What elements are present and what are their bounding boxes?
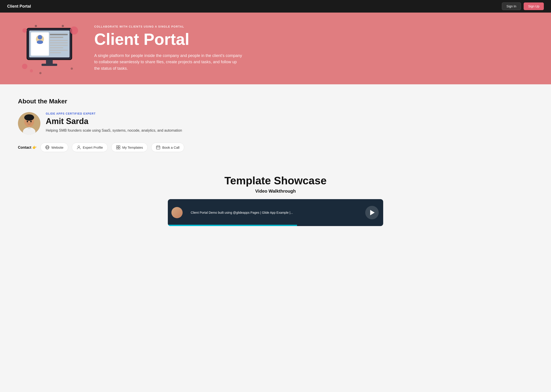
svg-rect-23 <box>42 64 57 66</box>
hero-illustration <box>18 21 81 75</box>
svg-point-12 <box>38 35 42 40</box>
svg-rect-21 <box>50 52 61 53</box>
person-icon <box>77 145 81 150</box>
calendar-icon <box>156 145 160 150</box>
video-thumbnail[interactable]: Client Portal Demo built using @glideapp… <box>168 199 383 226</box>
hero-section: COLLABORATE WITH CLIENTS USING A SINGLE … <box>0 13 551 84</box>
maker-badge: GLIDE APPS CERTIFIED EXPERT <box>46 112 533 115</box>
svg-rect-16 <box>50 40 68 41</box>
svg-rect-19 <box>50 47 63 48</box>
svg-point-26 <box>24 114 34 121</box>
signup-button[interactable]: Sign Up <box>524 2 544 10</box>
navbar-brand: Client Portal <box>7 4 31 9</box>
monitor-svg <box>22 24 76 73</box>
book-call-label: Book a Call <box>162 146 179 149</box>
video-avatar <box>171 207 183 218</box>
svg-point-29 <box>27 121 28 122</box>
avatar-image <box>18 112 40 134</box>
svg-rect-39 <box>156 146 160 149</box>
book-call-button[interactable]: Book a Call <box>151 143 184 152</box>
globe-icon <box>45 145 49 150</box>
svg-rect-20 <box>50 50 68 51</box>
svg-rect-36 <box>119 146 120 147</box>
svg-rect-15 <box>50 37 63 38</box>
svg-rect-35 <box>116 146 118 147</box>
hero-text: COLLABORATE WITH CLIENTS USING A SINGLE … <box>94 25 533 72</box>
play-icon <box>370 210 375 215</box>
website-label: Website <box>51 146 64 149</box>
svg-rect-22 <box>46 60 53 64</box>
contact-row: Contact 👉 Website <box>18 143 533 152</box>
grid-icon <box>116 145 120 150</box>
showcase-title: Template Showcase <box>18 175 533 187</box>
maker-avatar <box>18 112 40 134</box>
maker-info: GLIDE APPS CERTIFIED EXPERT Amit Sarda H… <box>46 112 533 133</box>
my-templates-button[interactable]: My Templates <box>111 143 148 152</box>
svg-point-13 <box>37 40 43 44</box>
hero-description: A single platform for people inside the … <box>94 52 242 72</box>
maker-card: GLIDE APPS CERTIFIED EXPERT Amit Sarda H… <box>18 112 533 134</box>
main-content: About the Maker <box>0 84 551 166</box>
svg-rect-18 <box>50 45 68 46</box>
showcase-section: Template Showcase Video Walkthrough Clie… <box>0 166 551 226</box>
svg-rect-14 <box>50 34 68 35</box>
navbar: Client Portal Sign In Sign Up <box>0 0 551 13</box>
expert-profile-label: Expert Profile <box>83 146 103 149</box>
svg-rect-17 <box>50 42 68 43</box>
about-section: About the Maker <box>18 98 533 152</box>
maker-name: Amit Sarda <box>46 117 533 126</box>
showcase-subtitle: Video Walkthrough <box>18 189 533 194</box>
signin-button[interactable]: Sign In <box>502 2 521 10</box>
hero-subtitle: COLLABORATE WITH CLIENTS USING A SINGLE … <box>94 25 533 28</box>
video-text: Client Portal Demo built using @glideapp… <box>186 211 365 214</box>
svg-point-30 <box>30 121 32 122</box>
my-templates-label: My Templates <box>122 146 143 149</box>
maker-description: Helping SMB founders scale using SaaS, s… <box>46 128 533 133</box>
svg-rect-37 <box>116 147 118 149</box>
contact-label: Contact 👉 <box>18 145 37 150</box>
video-play-button[interactable] <box>365 206 379 219</box>
navbar-actions: Sign In Sign Up <box>502 2 544 10</box>
monitor-illustration <box>18 21 81 75</box>
hero-title: Client Portal <box>94 31 533 48</box>
svg-rect-38 <box>119 147 120 149</box>
website-button[interactable]: Website <box>40 143 68 152</box>
video-progress-bar <box>168 225 297 226</box>
expert-profile-button[interactable]: Expert Profile <box>72 143 108 152</box>
svg-point-34 <box>78 146 80 147</box>
about-section-title: About the Maker <box>18 98 533 105</box>
